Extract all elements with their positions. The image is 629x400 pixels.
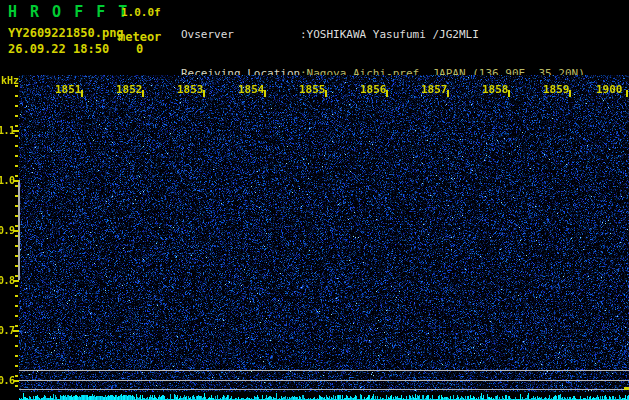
info-row: Ovserver :YOSHIKAWA Yasufumi /JG2MLI: [181, 28, 611, 41]
freq-major-tick: [13, 180, 19, 182]
time-tick-label: 1856: [360, 83, 387, 96]
freq-major-tick: [13, 330, 19, 332]
freq-minor-tick: [15, 345, 18, 347]
time-minute-tick: [569, 90, 571, 97]
freq-minor-tick: [15, 375, 18, 377]
freq-minor-tick: [15, 355, 18, 357]
time-minute-tick: [264, 90, 266, 97]
freq-minor-tick: [15, 275, 18, 277]
carrier-line: [19, 389, 629, 390]
freq-minor-tick: [15, 165, 18, 167]
freq-minor-tick: [15, 145, 18, 147]
freq-major-tick: [13, 280, 19, 282]
time-tick-label: 1859: [543, 83, 570, 96]
freq-minor-tick: [15, 225, 18, 227]
carrier-line: [19, 370, 629, 371]
time-minute-tick: [626, 90, 628, 97]
info-value: :YOSHIKAWA Yasufumi /JG2MLI: [300, 28, 479, 41]
freq-minor-tick: [15, 335, 18, 337]
freq-minor-tick: [15, 155, 18, 157]
freq-tick-label: 0.6: [0, 375, 14, 386]
freq-minor-tick: [15, 125, 18, 127]
time-minute-tick: [142, 90, 144, 97]
output-filename: YY2609221850.png: [8, 26, 124, 40]
freq-tick-label: 0.7: [0, 325, 14, 336]
freq-tick-label: 0.8: [0, 275, 14, 286]
freq-minor-tick: [15, 195, 18, 197]
freq-minor-tick: [15, 285, 18, 287]
time-tick-label: 1854: [238, 83, 265, 96]
freq-major-tick: [13, 230, 19, 232]
freq-minor-tick: [15, 305, 18, 307]
time-tick-label: 1900: [596, 83, 623, 96]
freq-tick-label: 1.0: [0, 175, 14, 186]
meteor-count: 0: [136, 42, 143, 56]
time-tick-label: 1852: [116, 83, 143, 96]
spectrogram-canvas: [19, 75, 629, 392]
freq-minor-tick: [15, 215, 18, 217]
timestamp-label: 26.09.22 18:50: [8, 42, 109, 56]
time-minute-tick: [81, 90, 83, 97]
freq-major-tick: [13, 130, 19, 132]
freq-minor-tick: [15, 265, 18, 267]
freq-minor-tick: [15, 105, 18, 107]
freq-major-tick: [13, 380, 19, 382]
carrier-line: [19, 380, 629, 381]
freq-minor-tick: [15, 175, 18, 177]
freq-minor-tick: [15, 95, 18, 97]
freq-minor-tick: [15, 385, 18, 387]
freq-minor-tick: [15, 135, 18, 137]
time-tick-label: 1858: [482, 83, 509, 96]
app-version: 1.0.0f: [121, 6, 161, 19]
time-minute-tick: [325, 90, 327, 97]
time-tick-label: 1855: [299, 83, 326, 96]
app-title: H R O F F T: [8, 3, 129, 21]
freq-minor-tick: [15, 235, 18, 237]
freq-minor-tick: [15, 255, 18, 257]
hrofft-window: H R O F F T 1.0.0f YY2609221850.png mete…: [0, 0, 629, 400]
time-minute-tick: [508, 90, 510, 97]
freq-minor-tick: [15, 185, 18, 187]
time-minute-tick: [386, 90, 388, 97]
freq-minor-tick: [15, 205, 18, 207]
freq-tick-label: 1.1: [0, 125, 14, 136]
time-minute-tick: [447, 90, 449, 97]
time-tick-label: 1851: [55, 83, 82, 96]
freq-minor-tick: [15, 115, 18, 117]
time-minute-tick: [203, 90, 205, 97]
signal-level-strip-canvas: [19, 392, 629, 400]
right-edge-tick: [624, 387, 629, 390]
freq-minor-tick: [15, 245, 18, 247]
freq-minor-tick: [15, 295, 18, 297]
freq-minor-tick: [15, 315, 18, 317]
time-tick-label: 1857: [421, 83, 448, 96]
freq-minor-tick: [15, 365, 18, 367]
freq-tick-label: 0.9: [0, 225, 14, 236]
time-tick-label: 1853: [177, 83, 204, 96]
freq-minor-tick: [15, 85, 18, 87]
freq-minor-tick: [15, 325, 18, 327]
info-label: Ovserver: [181, 28, 300, 41]
